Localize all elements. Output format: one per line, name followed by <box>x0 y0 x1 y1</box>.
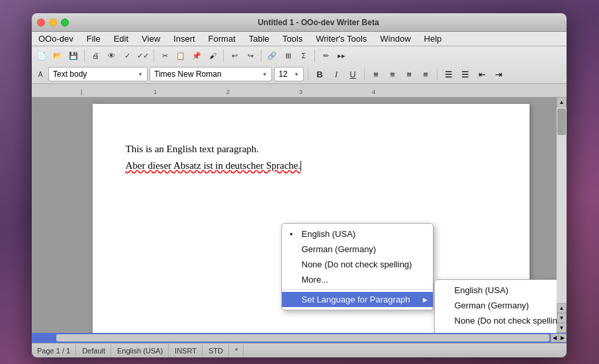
close-button[interactable] <box>37 19 45 26</box>
menu-bar: OOo-dev File Edit View Insert Format Tab… <box>32 32 567 46</box>
sep3 <box>223 50 224 62</box>
menu-format[interactable]: Format <box>202 32 242 46</box>
sep6 <box>308 68 308 80</box>
spell-btn[interactable]: ✓ <box>120 48 134 63</box>
menu-file[interactable]: File <box>80 32 107 46</box>
table-btn[interactable]: ⊞ <box>281 48 295 63</box>
submenu-more[interactable]: More... <box>435 328 557 333</box>
ctx-german-germany[interactable]: German (Germany) <box>282 242 433 257</box>
copy-btn[interactable]: 📋 <box>173 48 188 63</box>
menu-ooodev[interactable]: OOo-dev <box>32 32 80 46</box>
bold-button[interactable]: B <box>312 67 327 81</box>
document-area[interactable]: This is an English text paragraph. Aber … <box>65 97 557 333</box>
status-bar: Page 1 / 1 Default English (USA) INSRT S… <box>32 343 567 357</box>
menu-window[interactable]: Window <box>373 32 417 46</box>
sep4 <box>261 50 261 62</box>
sep7 <box>364 68 365 80</box>
left-sidebar <box>32 97 65 333</box>
submenu-german-label: German (Germany) <box>455 300 530 310</box>
font-dropdown[interactable]: Times New Roman ▼ <box>150 67 272 81</box>
more-btn[interactable]: ▸▸ <box>334 48 349 63</box>
submenu: English (USA) German (Germany) None (Do … <box>434 279 557 333</box>
style-label: Text body <box>53 69 87 79</box>
ctx-english-usa[interactable]: English (USA) <box>282 226 433 242</box>
underline-button[interactable]: U <box>346 67 360 81</box>
italic-button[interactable]: I <box>329 67 344 81</box>
draw-btn[interactable]: ✏ <box>318 48 333 63</box>
menu-writers-tools[interactable]: Writer's Tools <box>309 32 373 46</box>
german-paragraph: Aber dieser Absatz ist in deutscher Spra… <box>126 160 496 171</box>
document-page[interactable]: This is an English text paragraph. Aber … <box>93 104 530 333</box>
calc-btn[interactable]: Σ <box>297 48 311 63</box>
scroll-btn-b[interactable]: ▼ <box>557 313 567 323</box>
ctx-german-germany-label: German (Germany) <box>302 244 377 254</box>
scroll-right-btn[interactable]: ▶ <box>559 334 567 342</box>
toolbar-row1: 📄 📂 💾 🖨 👁 ✓ ✓✓ ✂ 📋 📌 🖌 ↩ ↪ 🔗 ⊞ Σ ✏ ▸▸ <box>32 46 567 65</box>
save-btn[interactable]: 💾 <box>66 48 81 63</box>
redo-btn[interactable]: ↪ <box>243 48 257 63</box>
ctx-none-spell-label: None (Do not check spelling) <box>302 259 412 269</box>
submenu-more-label: More... <box>455 331 481 333</box>
font-arrow: ▼ <box>262 71 267 77</box>
sep8 <box>437 68 438 80</box>
style-dropdown[interactable]: Text body ▼ <box>48 67 148 81</box>
new-btn[interactable]: 📄 <box>34 48 49 63</box>
menu-table[interactable]: Table <box>242 32 276 46</box>
scroll-left-btn[interactable]: ◀ <box>551 334 559 342</box>
font-label: Times New Roman <box>154 69 222 79</box>
sep1 <box>84 50 85 62</box>
ruler-mark-4: 4 <box>372 89 375 95</box>
ruler-mark-1: 1 <box>154 89 157 95</box>
print-btn[interactable]: 🖨 <box>88 48 103 63</box>
indent-less-btn[interactable]: ⇤ <box>475 67 489 81</box>
align-center-btn[interactable]: ≡ <box>385 67 400 81</box>
align-justify-btn[interactable]: ≡ <box>418 67 433 81</box>
toolbar-area: 📄 📂 💾 🖨 👁 ✓ ✓✓ ✂ 📋 📌 🖌 ↩ ↪ 🔗 ⊞ Σ ✏ ▸▸ <box>32 46 567 84</box>
ctx-more[interactable]: More... <box>282 272 433 287</box>
format-paint-btn[interactable]: 🖌 <box>205 48 220 63</box>
menu-tools[interactable]: Tools <box>276 32 309 46</box>
scroll-up-btn[interactable]: ▲ <box>557 97 567 107</box>
window-title: Untitled 1 - OOo-dev Writer Beta <box>75 18 561 27</box>
maximize-button[interactable] <box>61 19 69 26</box>
indent-more-btn[interactable]: ⇥ <box>491 67 506 81</box>
list-btn[interactable]: ☰ <box>441 67 456 81</box>
menu-view[interactable]: View <box>135 32 167 46</box>
font-size-dropdown[interactable]: 12 ▼ <box>274 67 304 81</box>
numlist-btn[interactable]: ☰ <box>458 67 473 81</box>
submenu-english-usa[interactable]: English (USA) <box>435 283 557 298</box>
status-language: English (USA) <box>112 343 169 357</box>
horizontal-scroll-track[interactable] <box>56 334 549 341</box>
cut-btn[interactable]: ✂ <box>158 48 172 63</box>
undo-btn[interactable]: ↩ <box>227 48 242 63</box>
submenu-german-germany[interactable]: German (Germany) <box>435 298 557 313</box>
ruler-mark-2: 2 <box>226 89 230 95</box>
scroll-thumb[interactable] <box>557 109 566 135</box>
ctx-set-language[interactable]: Set Language for Paragraph <box>282 292 433 307</box>
auto-spell-btn[interactable]: ✓✓ <box>136 48 150 63</box>
align-right-btn[interactable]: ≡ <box>402 67 416 81</box>
menu-insert[interactable]: Insert <box>167 32 202 46</box>
menu-help[interactable]: Help <box>418 32 449 46</box>
hyperlink-btn[interactable]: 🔗 <box>265 48 279 63</box>
font-size-label: 12 <box>279 69 287 79</box>
minimize-button[interactable] <box>49 19 57 26</box>
sep5 <box>314 50 315 62</box>
scroll-btn-a[interactable]: ▲ <box>557 303 567 313</box>
paste-btn[interactable]: 📌 <box>189 48 204 63</box>
preview-btn[interactable]: 👁 <box>104 48 118 63</box>
toolbar-row2: A Text body ▼ Times New Roman ▼ 12 ▼ B I… <box>32 65 567 83</box>
ctx-more-label: More... <box>302 275 328 285</box>
align-left-btn[interactable]: ≡ <box>369 67 383 81</box>
status-style: Default <box>77 343 111 357</box>
text-cursor <box>300 161 301 171</box>
open-btn[interactable]: 📂 <box>50 48 65 63</box>
style-icon[interactable]: A <box>34 67 46 81</box>
scroll-down-btn[interactable]: ▼ <box>557 323 567 333</box>
bottom-scrollbar: ◀ ▶ <box>32 333 567 343</box>
status-std[interactable]: STD <box>203 343 229 357</box>
menu-edit[interactable]: Edit <box>107 32 135 46</box>
ctx-none-spell[interactable]: None (Do not check spelling) <box>282 257 433 272</box>
submenu-none-spell[interactable]: None (Do not check spelling) <box>435 313 557 328</box>
status-insrt[interactable]: INSRT <box>169 343 203 357</box>
